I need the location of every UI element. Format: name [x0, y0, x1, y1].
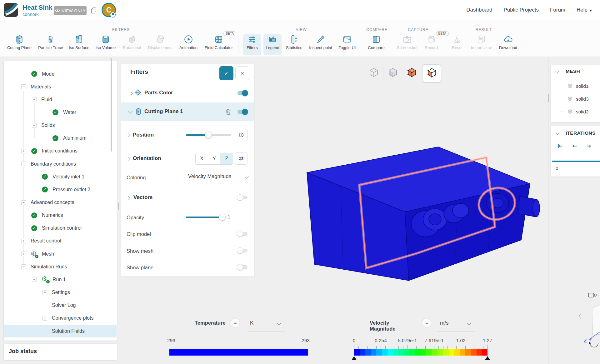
copy-icon[interactable] — [91, 7, 97, 14]
toggle-ui-icon — [342, 34, 352, 44]
particle-trace-icon — [46, 34, 55, 44]
toolbar-item-label: Cutting Plane — [7, 45, 32, 50]
axis-z-label: Z — [584, 338, 587, 343]
temperature-max[interactable]: 293 — [302, 338, 310, 343]
toolbar-item-label: Record — [425, 45, 438, 50]
toolbar-item-label: Toggle UI — [339, 45, 356, 50]
nav-item-help[interactable]: Help — [577, 7, 592, 13]
header-nav: DashboardPublic ProjectsForumHelp — [466, 7, 592, 13]
view-wireframe-selected-button[interactable] — [423, 64, 441, 82]
velocity-unit-dropdown[interactable]: m/s — [440, 320, 448, 326]
toolbar-item-label: Iso Surface — [69, 45, 89, 50]
project-owner[interactable]: connork — [22, 12, 39, 17]
velocity-colorbar — [354, 349, 488, 356]
temperature-legend-menu-button[interactable]: ≡ — [231, 318, 240, 327]
toolbar-item-particle-trace[interactable]: Particle Trace — [34, 34, 67, 55]
cube-wireframe-icon — [369, 67, 379, 79]
reset-icon — [452, 34, 462, 44]
import-view-icon — [477, 34, 486, 44]
velocity-legend-title: Velocity Magnitude — [370, 320, 396, 332]
toolbar-item-label: Field Calculator — [205, 45, 233, 50]
cutting-plane-icon — [15, 34, 24, 44]
field-calculator-icon — [214, 34, 223, 44]
view-solid-edges-button[interactable] — [403, 64, 421, 82]
orientation-gizmo[interactable]: Z — [578, 300, 600, 350]
inspect-point-icon — [316, 34, 325, 44]
header: Heat Sink connork VIEW ONLY C DashboardP… — [0, 0, 600, 20]
iso-volume-icon — [101, 34, 110, 44]
nav-item-dashboard[interactable]: Dashboard — [466, 7, 492, 13]
nav-item-forum[interactable]: Forum — [550, 7, 565, 13]
animation-icon — [184, 34, 193, 44]
toolbar-item-displacement[interactable]: Displacement — [144, 34, 177, 55]
statistics-icon — [289, 34, 299, 44]
view-only-label: VIEW ONLY — [62, 8, 86, 13]
toolbar-item-label: Statistics — [286, 45, 302, 50]
eye-icon — [55, 9, 60, 12]
legend-icon — [268, 34, 277, 44]
toolbar-section-title-filters: FILTERS — [112, 27, 130, 32]
velocity-tick-label: 7.619e-1 — [425, 338, 444, 343]
cube-solid-icon — [388, 67, 398, 79]
range-handle-max[interactable] — [485, 356, 490, 360]
toolbar-section-title-compare: COMPARE — [366, 27, 388, 32]
download-icon — [503, 34, 513, 44]
view-only-badge: VIEW ONLY — [54, 6, 87, 15]
velocity-tick-label: 0.254 — [375, 338, 387, 343]
chevron-down-icon — [589, 10, 592, 12]
model-3d[interactable] — [0, 57, 600, 364]
iso-surface-icon — [74, 34, 84, 44]
view-wireframe-button[interactable] — [365, 64, 382, 82]
toolbar-item-label: Animation — [179, 45, 198, 50]
velocity-legend-menu-button[interactable]: ≡ — [422, 318, 431, 327]
avatar-status-icon — [110, 12, 116, 17]
displacement-icon — [156, 34, 165, 44]
toolbar-item-rotational[interactable]: Rotational — [116, 34, 148, 55]
range-handle-min[interactable] — [352, 356, 357, 360]
toolbar-item-animation[interactable]: Animation — [172, 34, 205, 55]
velocity-tick-label: 5.079e-1 — [398, 338, 417, 343]
page-title: Heat Sink — [22, 4, 52, 11]
velocity-tick-label[interactable]: 0 — [353, 338, 356, 343]
toolbar-separator — [238, 36, 238, 53]
filters-icon — [248, 34, 257, 44]
beta-badge: BETA — [223, 31, 236, 36]
screenshot-icon — [402, 34, 412, 44]
record-icon — [427, 34, 436, 44]
cube-orange-wire-icon — [427, 68, 437, 79]
toolbar-item-label: Displacement — [148, 45, 173, 50]
temperature-unit-dropdown[interactable]: K — [250, 320, 253, 326]
collapse-panel-chevron[interactable] — [579, 314, 583, 319]
toolbar-item-compare[interactable]: Compare — [360, 34, 392, 55]
toolbar-item-filters[interactable]: Filters — [243, 34, 261, 55]
toolbar-item-label: Rotational — [123, 45, 141, 50]
toolbar-section-title-result: RESULT — [475, 27, 492, 32]
toolbar-item-label: Legend — [266, 45, 279, 50]
temperature-min[interactable]: 293 — [167, 338, 175, 343]
toolbar-section-title-view: VIEW — [296, 27, 307, 32]
toolbar-item-label: Compare — [368, 45, 384, 50]
toolbar-item-toggle-ui[interactable]: Toggle UI — [331, 34, 363, 55]
nav-item-public-projects[interactable]: Public Projects — [503, 7, 538, 13]
toolbar-item-label: Screenshot — [397, 45, 418, 50]
temperature-legend-title: Temperature — [195, 320, 226, 326]
toolbar-item-label: Filters — [247, 45, 258, 50]
app-logo[interactable] — [4, 3, 18, 17]
compare-icon — [372, 34, 381, 44]
view-solid-button[interactable] — [384, 64, 402, 82]
velocity-tick-label[interactable]: 1.27 — [483, 338, 492, 343]
toolbar-item-cutting-plane[interactable]: Cutting Plane — [3, 34, 36, 55]
toolbar-item-label: Import view — [471, 45, 492, 50]
cube-orange-solid-icon — [407, 67, 417, 79]
temperature-colorbar — [169, 349, 308, 356]
toolbar-item-label: Reset — [452, 45, 462, 50]
toolbar: FILTERSCutting PlaneParticle TraceIso Su… — [0, 20, 600, 57]
record-view-icon[interactable] — [588, 292, 597, 298]
velocity-tick-label: 1.02 — [456, 338, 466, 343]
toolbar-item-field-calculator[interactable]: Field CalculatorBETA — [202, 34, 235, 55]
toolbar-item-label: Inspect point — [309, 45, 332, 50]
toolbar-item-label: Download — [499, 45, 517, 50]
rotational-icon — [127, 34, 137, 44]
toolbar-item-download[interactable]: Download — [492, 34, 524, 55]
app: Heat Sink connork VIEW ONLY C DashboardP… — [0, 0, 600, 364]
